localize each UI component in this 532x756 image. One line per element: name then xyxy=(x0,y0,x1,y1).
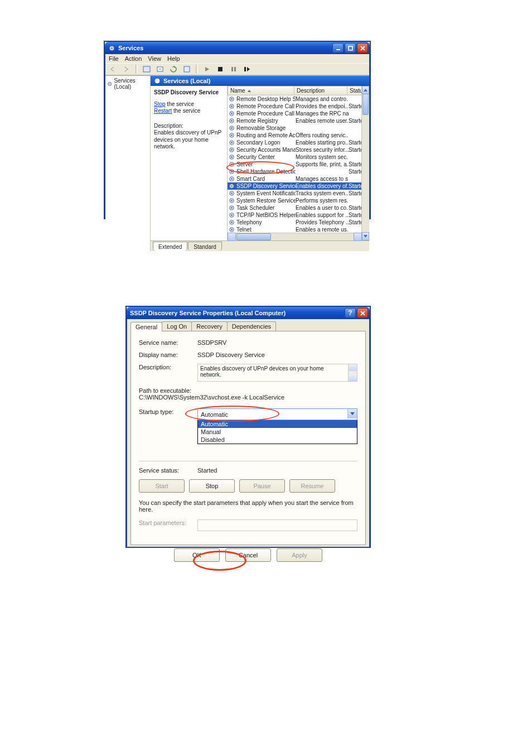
service-row[interactable]: Removable Storage xyxy=(228,124,369,132)
svg-point-24 xyxy=(231,134,232,136)
vertical-scrollbar[interactable] xyxy=(361,86,369,240)
row-name: Remote Procedure Call (RPC)... xyxy=(236,110,296,117)
properties-icon[interactable] xyxy=(141,64,152,75)
cancel-button[interactable]: Cancel xyxy=(225,548,271,562)
pause-button[interactable]: Pause xyxy=(239,479,285,493)
service-row[interactable]: ServerSupports file, print, a...Started xyxy=(228,161,369,168)
toolbar xyxy=(105,63,369,75)
menu-view[interactable]: View xyxy=(148,55,161,62)
row-name: Telephony xyxy=(236,219,262,225)
chevron-down-icon[interactable] xyxy=(347,409,357,418)
minimize-button[interactable] xyxy=(332,43,344,53)
scroll-up-icon[interactable] xyxy=(349,364,357,371)
svg-point-36 xyxy=(231,178,232,179)
separator xyxy=(196,64,198,74)
svg-point-14 xyxy=(231,98,232,99)
col-description[interactable]: Description xyxy=(294,86,347,95)
start-button[interactable]: Start xyxy=(139,479,185,493)
apply-button[interactable]: Apply xyxy=(277,548,322,562)
close-button[interactable] xyxy=(357,308,368,318)
scroll-down-icon[interactable] xyxy=(362,232,369,240)
selected-service-title: SSDP Discovery Service xyxy=(154,89,224,97)
menu-help[interactable]: Help xyxy=(167,55,180,62)
tab-dependencies[interactable]: Dependencies xyxy=(227,321,276,331)
start-parameters-input[interactable] xyxy=(197,519,357,531)
refresh-icon[interactable] xyxy=(168,64,179,75)
svg-rect-10 xyxy=(244,67,246,71)
pause-icon[interactable] xyxy=(228,64,239,75)
stop-service-link[interactable]: Stop xyxy=(154,101,166,107)
tab-recovery[interactable]: Recovery xyxy=(191,321,227,331)
service-row[interactable]: System Event NotificationTracks system e… xyxy=(228,190,369,197)
close-button[interactable] xyxy=(357,43,368,53)
row-name: System Event Notification xyxy=(236,190,296,196)
play-icon[interactable] xyxy=(201,64,212,75)
row-name: Task Scheduler xyxy=(236,205,274,211)
restart-service-link[interactable]: Restart xyxy=(154,108,172,114)
tree-pane: Services (Local) xyxy=(105,76,151,251)
tree-root-services-local[interactable]: Services (Local) xyxy=(107,78,148,90)
label-start-parameters: Start parameters: xyxy=(139,519,197,526)
services-titlebar[interactable]: Services xyxy=(105,42,370,54)
service-row[interactable]: Shell Hardware DetectionStarted xyxy=(228,168,369,175)
tab-extended[interactable]: Extended xyxy=(153,242,187,251)
link-suffix: the service xyxy=(166,101,194,107)
service-row[interactable]: TCP/IP NetBIOS HelperEnables support for… xyxy=(228,211,369,219)
service-row[interactable]: Security Accounts ManagerStores security… xyxy=(228,146,369,153)
startup-option[interactable]: Automatic xyxy=(198,420,357,428)
back-button[interactable] xyxy=(108,64,119,75)
scroll-up-icon[interactable] xyxy=(362,86,369,94)
scroll-down-icon[interactable] xyxy=(349,374,357,381)
tab-standard[interactable]: Standard xyxy=(188,242,222,251)
menu-action[interactable]: Action xyxy=(125,55,142,62)
dialog-tabs: General Log On Recovery Dependencies xyxy=(127,319,369,331)
service-row[interactable]: Remote Desktop Help Sessio...Manages and… xyxy=(228,95,369,103)
tab-general[interactable]: General xyxy=(130,322,162,331)
separator xyxy=(136,64,138,74)
svg-point-26 xyxy=(231,142,232,143)
service-row[interactable]: Remote RegistryEnables remote user...Sta… xyxy=(228,117,369,124)
svg-rect-7 xyxy=(218,67,223,71)
service-info-pane: SSDP Discovery Service Stop the service … xyxy=(151,86,228,240)
export-icon[interactable] xyxy=(154,64,166,75)
service-row[interactable]: Secondary LogonEnables starting pro...St… xyxy=(228,139,369,146)
desc-scrollbar[interactable] xyxy=(348,364,357,382)
scroll-thumb[interactable] xyxy=(362,94,369,115)
dialog-titlebar[interactable]: SSDP Discovery Service Properties (Local… xyxy=(127,307,370,319)
service-row[interactable]: Task SchedulerEnables a user to co...Sta… xyxy=(228,204,369,211)
service-row[interactable]: TelephonyProvides Telephony ...Started xyxy=(228,219,369,226)
service-row[interactable]: Remote Procedure Call (RPC)Provides the … xyxy=(228,103,369,110)
ok-button[interactable]: OK xyxy=(174,548,220,562)
service-row[interactable]: SSDP Discovery ServiceEnables discovery … xyxy=(228,182,369,190)
horizontal-scrollbar[interactable] xyxy=(228,233,362,240)
service-row[interactable]: Smart CardManages access to s... xyxy=(228,175,369,182)
svg-point-12 xyxy=(155,79,159,83)
menu-file[interactable]: File xyxy=(109,55,119,62)
scroll-right-icon[interactable] xyxy=(354,233,362,241)
svg-point-11 xyxy=(108,82,112,85)
svg-point-34 xyxy=(231,171,232,172)
startup-type-select[interactable]: Automatic xyxy=(197,408,357,420)
value-service-name: SSDPSRV xyxy=(197,339,357,346)
restart-icon[interactable] xyxy=(241,64,253,75)
startup-option[interactable]: Manual xyxy=(198,428,357,436)
stop-button[interactable]: Stop xyxy=(189,479,235,493)
row-name: System Restore Service xyxy=(236,198,296,204)
row-description: Enables remote user... xyxy=(296,118,349,124)
svg-rect-6 xyxy=(184,66,190,72)
maximize-button[interactable] xyxy=(345,43,356,53)
startup-option[interactable]: Disabled xyxy=(198,436,357,444)
stop-icon[interactable] xyxy=(215,64,226,75)
resume-button[interactable]: Resume xyxy=(289,479,335,493)
col-name[interactable]: Name xyxy=(228,86,294,95)
service-row[interactable]: System Restore ServicePerforms system re… xyxy=(228,197,369,204)
service-row[interactable]: Routing and Remote AccessOffers routing … xyxy=(228,132,369,139)
scroll-left-icon[interactable] xyxy=(228,233,236,241)
tab-logon[interactable]: Log On xyxy=(162,321,192,331)
service-row[interactable]: Remote Procedure Call (RPC)...Manages th… xyxy=(228,110,369,117)
scroll-thumb[interactable] xyxy=(236,233,271,240)
forward-button[interactable] xyxy=(121,64,132,75)
service-row[interactable]: Security CenterMonitors system sec... xyxy=(228,153,369,161)
help-icon[interactable] xyxy=(181,64,192,75)
context-help-button[interactable]: ? xyxy=(345,308,356,318)
